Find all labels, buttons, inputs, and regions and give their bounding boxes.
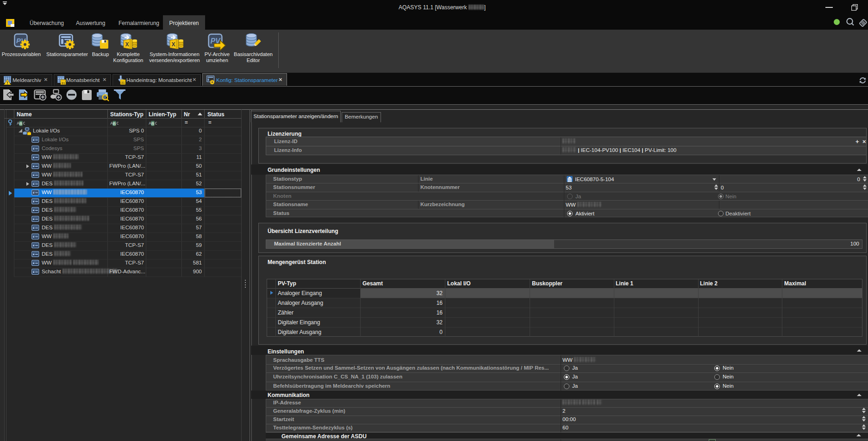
- svg-text:31: 31: [62, 82, 65, 85]
- svg-text:31: 31: [121, 81, 125, 84]
